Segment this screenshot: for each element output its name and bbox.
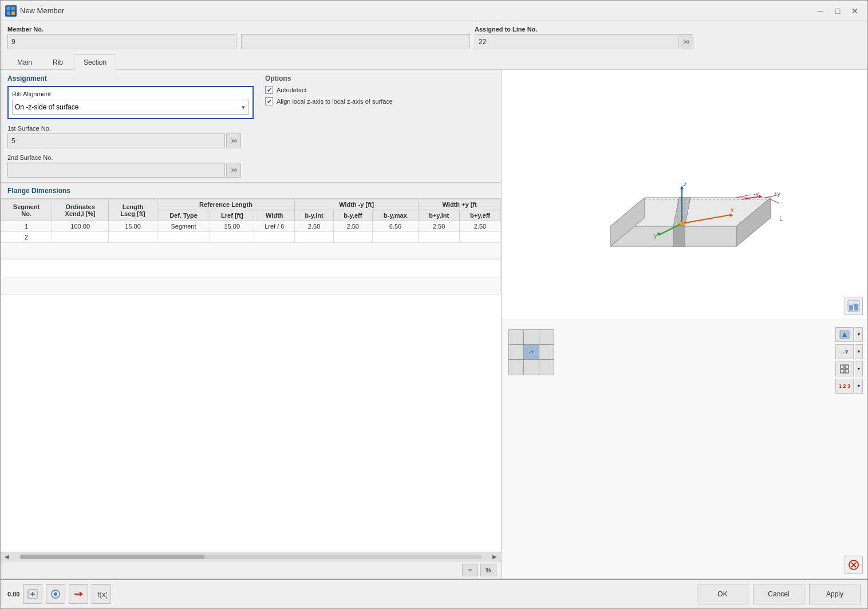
cell-lref-1[interactable]: 15.00 [210,221,254,232]
maximize-button[interactable]: □ [830,4,846,18]
view-grid-cell-tl[interactable] [509,330,523,344]
surface1-pick-button[interactable] [226,133,241,148]
bottom-tools: 0.00 f(x) [7,584,693,604]
tabs-bar: Main Rib Section [1,54,867,70]
percent-button[interactable]: % [480,564,496,576]
tab-main[interactable]: Main [7,54,42,70]
rib-alignment-label: Rib Alignment [12,91,249,97]
table-row: 1 100.00 15.00 Segment 15.00 Lref / 6 2.… [1,221,501,232]
svg-rect-3 [11,11,15,15]
bottom-tool-4[interactable]: f(x) [92,584,111,604]
cell-xend-1[interactable]: 100.00 [52,221,109,232]
cell-width-1[interactable]: Lref / 6 [254,221,295,232]
view-render-button[interactable] [835,327,854,342]
cell-deftype-2[interactable] [157,232,210,243]
cell-seg-2[interactable]: 2 [1,232,52,243]
cell-bypeff-1[interactable]: 2.50 [460,221,501,232]
bottom-tool-2[interactable] [46,584,65,604]
cell-bymeff-1[interactable]: 2.50 [333,221,372,232]
apply-button[interactable]: Apply [809,584,861,604]
autodetect-checkbox[interactable]: ✔ [265,86,273,94]
col-width-neg-group: Width -y [ft] [295,199,419,210]
options-section: Options ✔ Autodetect ✔ Align local z-axi… [254,74,494,178]
view-grid-cell-mr[interactable] [539,345,554,359]
cell-bymeff-2[interactable] [333,232,372,243]
view-btn-group-1: ▾ [835,327,863,342]
view-grid-cell-mm[interactable]: -Y [524,345,538,359]
view-btn-group-2: ↓-Y ▾ [835,344,863,359]
ok-button[interactable]: OK [697,584,748,604]
view-label-dropdown[interactable]: ▾ [855,379,863,394]
view-grid-cell-bm[interactable] [524,360,538,374]
tab-rib[interactable]: Rib [43,54,73,70]
col-byp-int: b+y,int [419,210,460,221]
svg-rect-41 [841,365,844,368]
main-window: New Member ─ □ ✕ Member No. Assigned to … [0,0,868,609]
surface1-field-with-btn [7,133,254,148]
cell-bymmax-2[interactable] [372,232,419,243]
cell-bypint-1[interactable]: 2.50 [419,221,460,232]
horizontal-scrollbar[interactable]: ◀ ▶ [1,552,501,561]
window-title: New Member [20,6,812,15]
view-grid-button[interactable] [835,362,854,376]
view-render-dropdown[interactable]: ▾ [855,327,863,342]
cell-bypeff-2[interactable] [460,232,501,243]
cell-bymmax-1[interactable]: 6.56 [372,221,419,232]
view-grid-cell-br[interactable] [539,360,554,374]
col-byp-eff: b+y,eff [460,210,501,221]
view-orientation-dropdown[interactable]: ▾ [855,344,863,359]
svg-rect-0 [7,7,10,10]
svg-rect-1 [11,7,15,10]
scroll-left-icon[interactable]: ◀ [3,553,11,560]
rib-alignment-value: On -z-side of surface [15,103,78,111]
assigned-pick-button[interactable] [678,34,693,49]
diagram-icon-button[interactable] [845,297,863,315]
member-no-label: Member No. [7,26,236,33]
surface1-input[interactable] [7,133,225,148]
assigned-line-input[interactable] [475,34,677,49]
scroll-right-icon[interactable]: ▶ [491,553,499,560]
cancel-button[interactable]: Cancel [753,584,804,604]
align-z-checkbox[interactable]: ✔ [265,97,273,105]
rib-diagram: -y +y L x y z [576,115,794,275]
view-orientation-button[interactable]: ↓-Y [835,344,854,359]
cell-bymint-2[interactable] [295,232,334,243]
tab-section[interactable]: Section [74,54,116,70]
close-button[interactable]: ✕ [847,4,863,18]
surface1-group: 1st Surface No. [7,125,254,148]
view-grid-cell-tr[interactable] [539,330,554,344]
flange-table-container[interactable]: SegmentNo. OrdinatesXend,l [%] LengthLse… [1,199,501,552]
view-grid-dropdown[interactable]: ▾ [855,362,863,376]
bottom-tool-3[interactable] [69,584,88,604]
cell-width-2[interactable] [254,232,295,243]
reset-view-button[interactable] [845,556,863,574]
cell-bypint-2[interactable] [419,232,460,243]
cell-lseg-1[interactable]: 15.00 [109,221,157,232]
lower-right-area: -Y ▾ ↓-Y [502,320,867,579]
cell-seg-1[interactable]: 1 [1,221,52,232]
scrollbar-thumb[interactable] [20,555,204,559]
view-grid-cell-bl[interactable] [509,360,523,374]
cell-xend-2[interactable] [52,232,109,243]
cell-lref-2[interactable] [210,232,254,243]
minimize-button[interactable]: ─ [812,4,828,18]
scrollbar-track[interactable] [20,555,482,559]
title-buttons: ─ □ ✕ [812,4,863,18]
equals-button[interactable]: = [462,564,478,576]
rib-alignment-select[interactable]: On -z-side of surface ▼ [12,100,249,115]
middle-field [241,34,470,49]
view-grid-cell-ml[interactable] [509,345,523,359]
view-grid-cell-tm[interactable] [524,330,538,344]
right-panel: -y +y L x y z [502,70,867,579]
member-no-input[interactable] [7,34,236,49]
cell-deftype-1[interactable]: Segment [157,221,210,232]
col-bym-eff: b-y,eff [333,210,372,221]
surface2-input[interactable] [7,163,225,178]
dropdown-arrow-icon: ▼ [240,104,246,111]
surface2-pick-button[interactable] [226,163,241,178]
view-label-button[interactable]: 1 2 3 [835,379,854,394]
cell-bymint-1[interactable]: 2.50 [295,221,334,232]
middle-group [241,26,470,49]
cell-lseg-2[interactable] [109,232,157,243]
bottom-tool-1[interactable] [23,584,42,604]
